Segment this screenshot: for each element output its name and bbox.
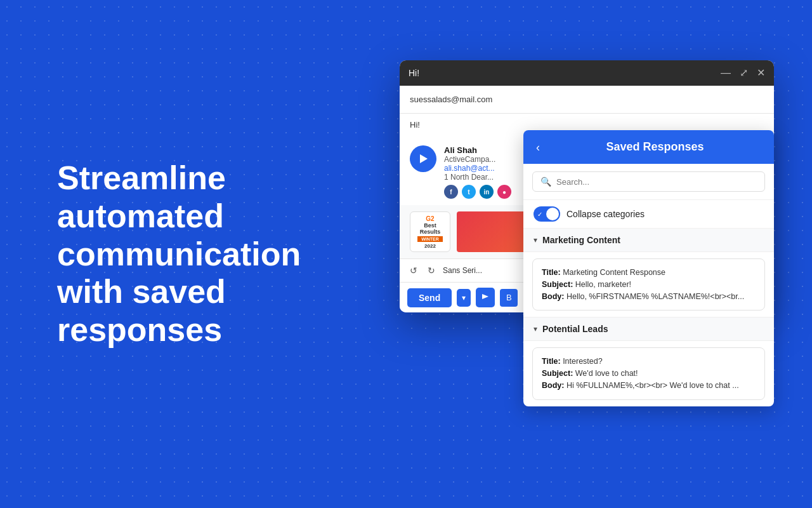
g2-year: 2022: [424, 243, 436, 249]
response-card-leads[interactable]: Title: Interested? Subject: We'd love to…: [532, 347, 765, 399]
contact-name: Ali Shah: [444, 145, 511, 155]
leads-chevron-icon: ▾: [534, 324, 537, 333]
leads-subject-value: We'd love to chat!: [575, 369, 638, 378]
collapse-toggle[interactable]: ✓: [534, 206, 560, 222]
minimize-button[interactable]: —: [721, 68, 731, 78]
hero-headline: Streamline automated communication with …: [57, 159, 324, 349]
leads-subject-field: Subject: We'd love to chat!: [542, 368, 756, 380]
activecampaign-button[interactable]: [476, 288, 495, 307]
leads-body-label: Body:: [542, 381, 564, 390]
toggle-knob: [546, 208, 559, 220]
window-controls: — ⤢ ✕: [721, 68, 765, 78]
panel-title: Saved Responses: [549, 140, 761, 154]
font-selector[interactable]: Sans Seri...: [443, 266, 482, 275]
send-dropdown-button[interactable]: ▾: [457, 289, 471, 307]
search-box: 🔍: [532, 171, 765, 192]
svg-marker-0: [420, 154, 428, 163]
contact-social-icons: f t in ●: [444, 185, 511, 199]
response-title-field: Title: Marketing Content Response: [542, 267, 756, 279]
subject-value: Hello, marketer!: [575, 280, 631, 289]
leads-body-field: Body: Hi %FULLNAME%,<br><br> We'd love t…: [542, 380, 756, 392]
contact-email[interactable]: ali.shah@act...: [444, 164, 511, 173]
g2-ribbon: WINTER: [417, 236, 443, 242]
subject-label: Subject:: [542, 280, 573, 289]
category-header-leads[interactable]: ▾ Potential Leads: [523, 318, 774, 341]
email-to-header: [400, 86, 774, 114]
g2-best: Best: [424, 222, 436, 229]
instagram-icon[interactable]: ●: [497, 185, 511, 199]
saved-responses-panel: ‹ Saved Responses 🔍 ✓ Collapse categorie…: [523, 130, 774, 406]
send-button[interactable]: Send: [407, 288, 452, 307]
twitter-icon[interactable]: t: [462, 185, 476, 199]
panel-header: ‹ Saved Responses: [523, 130, 774, 164]
g2-badge: G2 Best Results WINTER 2022: [410, 211, 450, 252]
marketing-chevron-icon: ▾: [534, 236, 537, 244]
leads-title-value: Interested?: [563, 357, 603, 366]
leads-body-value: Hi %FULLNAME%,<br><br> We'd love to chat…: [566, 381, 739, 390]
category-header-marketing[interactable]: ▾ Marketing Content: [523, 229, 774, 252]
leads-subject-label: Subject:: [542, 369, 573, 378]
bold-icon[interactable]: B: [500, 289, 518, 307]
hero-section: Streamline automated communication with …: [57, 159, 324, 349]
toggle-label: Collapse categories: [566, 209, 645, 219]
email-to-input[interactable]: [410, 92, 764, 107]
svg-marker-1: [482, 294, 488, 299]
search-icon: 🔍: [540, 177, 551, 187]
maximize-button[interactable]: ⤢: [740, 68, 748, 78]
facebook-icon[interactable]: f: [444, 185, 458, 199]
g2-results: Results: [420, 229, 441, 235]
close-button[interactable]: ✕: [757, 68, 765, 78]
contact-address: 1 North Dear...: [444, 173, 511, 182]
linkedin-icon[interactable]: in: [480, 185, 494, 199]
toggle-check-icon: ✓: [537, 211, 542, 218]
response-card-marketing[interactable]: Title: Marketing Content Response Subjec…: [532, 258, 765, 311]
body-value: Hello, %FIRSTNAME% %LASTNAME%!<br><br...: [566, 292, 744, 301]
leads-title-label: Title:: [542, 357, 561, 366]
search-input[interactable]: [556, 177, 757, 187]
panel-back-button[interactable]: ‹: [536, 142, 540, 153]
title-value: Marketing Content Response: [563, 268, 665, 277]
window-titlebar: Hi! — ⤢ ✕: [400, 60, 774, 86]
window-title: Hi!: [409, 68, 419, 78]
categories-section: ▾ Marketing Content Title: Marketing Con…: [523, 229, 774, 400]
collapse-categories-row: ✓ Collapse categories: [523, 200, 774, 229]
response-body-field: Body: Hello, %FIRSTNAME% %LASTNAME%!<br>…: [542, 291, 756, 303]
undo-button[interactable]: ↺: [407, 264, 420, 277]
marketing-category-name: Marketing Content: [542, 235, 620, 245]
redo-button[interactable]: ↻: [425, 264, 438, 277]
contact-company: ActiveCampa...: [444, 155, 511, 164]
g2-label: G2: [426, 215, 434, 222]
body-label: Body:: [542, 292, 564, 301]
contact-info: Ali Shah ActiveCampa... ali.shah@act... …: [444, 145, 511, 199]
title-label: Title:: [542, 268, 561, 277]
leads-title-field: Title: Interested?: [542, 356, 756, 368]
contact-avatar: [410, 145, 436, 172]
leads-category-name: Potential Leads: [542, 324, 608, 334]
panel-search-area: 🔍: [523, 164, 774, 200]
response-subject-field: Subject: Hello, marketer!: [542, 279, 756, 291]
